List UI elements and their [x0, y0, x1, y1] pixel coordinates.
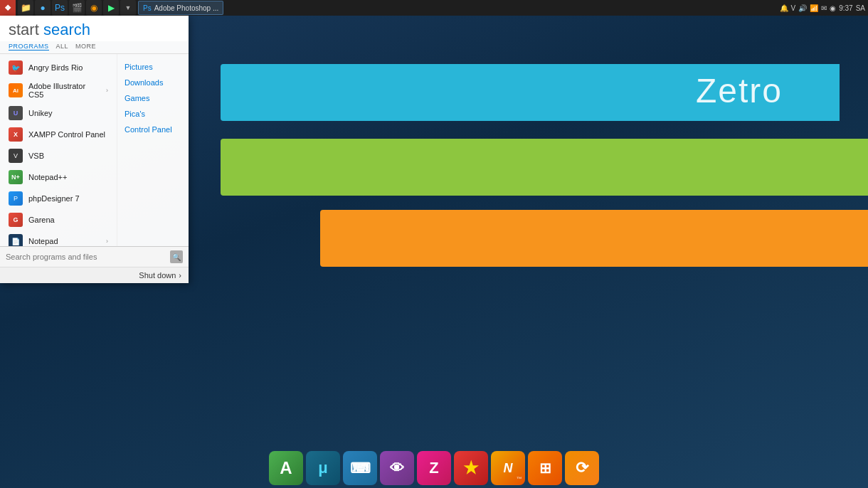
start-links: Pictures Downloads Games Pica's Control … — [117, 54, 189, 246]
program-item-vsb[interactable]: V VSB — [0, 145, 117, 166]
ribbon-orange — [320, 210, 868, 267]
program-item-notepadpp[interactable]: N+ Notepad++ — [0, 166, 117, 188]
active-window-title: Adobe Photoshop ... — [154, 4, 219, 12]
start-word: start — [9, 21, 39, 38]
ribbon-green — [221, 139, 868, 196]
notepadpp-icon: N+ — [9, 170, 23, 184]
program-name-unikey: Unikey — [28, 109, 53, 117]
program-name-vsb: VSB — [28, 152, 44, 160]
notepad-icon: 📄 — [9, 234, 23, 246]
program-list: 🐦 Angry Birds Rio Ai Adobe Illustrator C… — [0, 54, 117, 246]
program-item-garena[interactable]: G Garena — [0, 209, 117, 230]
dock: A μ ⌨ 👁 Z ★ N ™ ⊞ ⟳ — [269, 451, 599, 485]
tab-more[interactable]: MORE — [75, 43, 96, 51]
program-item-angry-birds[interactable]: 🐦 Angry Birds Rio — [0, 57, 117, 78]
taskbar-pinned-icons: 📁 ● Ps 🎬 ◉ ▶ ▼ — [16, 0, 138, 16]
taskbar-right: 🔔 V 🔊 📶 ✉ ◉ 9:37 SA — [780, 4, 868, 12]
program-name-notepadpp: Notepad++ — [28, 173, 67, 181]
dock-grid[interactable]: ⊞ — [528, 451, 562, 485]
program-item-notepad[interactable]: 📄 Notepad › — [0, 230, 117, 246]
link-picas[interactable]: Pica's — [117, 107, 189, 121]
unikey-icon: U — [9, 106, 23, 120]
angry-birds-icon: 🐦 — [9, 60, 23, 75]
start-menu-title: start search — [9, 21, 180, 38]
taskbar-pin-folder[interactable]: 📁 — [18, 0, 33, 16]
illustrator-arrow: › — [106, 87, 108, 94]
desktop-brand: Zetro — [696, 71, 783, 110]
program-name-phpdesigner: phpDesigner 7 — [28, 194, 80, 203]
taskbar-pin-browser[interactable]: ● — [35, 0, 51, 16]
search-submit-button[interactable]: 🔍 — [170, 250, 183, 263]
shutdown-label: Shut down — [139, 271, 176, 280]
dock-atool[interactable]: A — [269, 451, 303, 485]
search-input[interactable] — [6, 253, 167, 261]
tray-indicator-sound[interactable]: 🔊 — [798, 4, 807, 12]
link-control-panel[interactable]: Control Panel — [117, 122, 189, 137]
dock-star[interactable]: ★ — [454, 451, 488, 485]
start-menu-tabs: PROGRAMS ALL MORE — [0, 41, 189, 54]
program-name-notepad: Notepad — [28, 237, 58, 245]
taskbar-active-window[interactable]: Ps Adobe Photoshop ... — [138, 1, 223, 15]
taskbar-ampm: SA — [856, 4, 865, 12]
taskbar-dropdown[interactable]: ▼ — [120, 0, 136, 16]
vsb-icon: V — [9, 149, 23, 163]
start-menu-body: 🐦 Angry Birds Rio Ai Adobe Illustrator C… — [0, 54, 189, 246]
shutdown-arrow: › — [179, 271, 181, 280]
start-menu: start search PROGRAMS ALL MORE 🐦 Angry B… — [0, 16, 189, 283]
start-search-bar: 🔍 — [0, 246, 189, 267]
tray-indicator-extra: ◉ — [830, 4, 836, 12]
xampp-icon: X — [9, 127, 23, 142]
taskbar-pin-extra2[interactable]: ▶ — [103, 0, 119, 16]
active-window-icon: Ps — [143, 4, 152, 12]
tab-all[interactable]: ALL — [56, 43, 69, 51]
link-games[interactable]: Games — [117, 91, 189, 105]
notepad-arrow: › — [106, 238, 108, 245]
taskbar-pin-extra1[interactable]: ◉ — [86, 0, 102, 16]
tab-programs[interactable]: PROGRAMS — [9, 43, 49, 51]
dock-n[interactable]: N ™ — [491, 451, 525, 485]
taskbar-pin-photoshop[interactable]: Ps — [52, 0, 68, 16]
illustrator-icon: Ai — [9, 83, 23, 97]
dock-avast[interactable]: ⟳ — [565, 451, 599, 485]
shutdown-area[interactable]: Shut down › — [0, 267, 189, 283]
program-item-illustrator[interactable]: Ai Adobe Illustrator CS5 › — [0, 78, 117, 102]
taskbar-time: 9:37 — [839, 4, 852, 12]
link-downloads[interactable]: Downloads — [117, 75, 189, 90]
link-pictures[interactable]: Pictures — [117, 60, 189, 74]
program-name-illustrator: Adobe Illustrator CS5 — [28, 82, 100, 99]
program-item-phpdesigner[interactable]: P phpDesigner 7 — [0, 188, 117, 209]
program-item-unikey[interactable]: U Unikey — [0, 102, 117, 124]
program-name-garena: Garena — [28, 216, 55, 224]
dock-zune[interactable]: Z — [417, 451, 451, 485]
tray-indicator-mail[interactable]: ✉ — [821, 4, 827, 12]
tray-indicator-1[interactable]: 🔔 — [780, 4, 788, 12]
program-name-angry-birds: Angry Birds Rio — [28, 63, 83, 72]
search-word: search — [43, 21, 90, 38]
start-icon: ❖ — [4, 4, 11, 13]
tray-indicator-net[interactable]: 📶 — [810, 4, 818, 12]
program-item-xampp[interactable]: X XAMPP Control Panel — [0, 124, 117, 145]
dock-utorrent[interactable]: μ — [306, 451, 340, 485]
start-button[interactable]: ❖ — [0, 0, 16, 16]
taskbar-pin-media[interactable]: 🎬 — [69, 0, 85, 16]
tray-indicator-v: V — [791, 4, 796, 12]
program-name-xampp: XAMPP Control Panel — [28, 130, 105, 139]
dock-eye[interactable]: 👁 — [380, 451, 414, 485]
phpdesigner-icon: P — [9, 191, 23, 206]
dock-keyboard[interactable]: ⌨ — [343, 451, 377, 485]
taskbar-top: ❖ 📁 ● Ps 🎬 ◉ ▶ ▼ Ps Adobe Photoshop ... … — [0, 0, 868, 16]
start-menu-header: start search — [0, 16, 189, 41]
garena-icon: G — [9, 213, 23, 227]
